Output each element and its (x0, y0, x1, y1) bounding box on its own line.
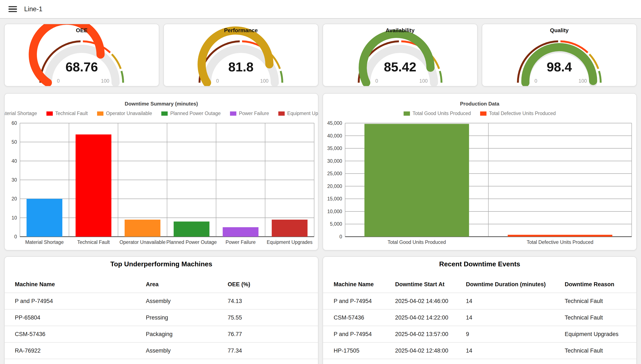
cell-machine-name: HP-17505 (334, 348, 395, 354)
underperforming-machines-table: Machine NameAreaOEE (%)P and P-74954Asse… (5, 276, 318, 359)
table-row: CSM-574362025-04-02 14:22:0014Technical … (323, 310, 636, 326)
chart-title: Downtime Summary (minutes) (5, 101, 318, 107)
cell-area: Assembly (146, 348, 228, 354)
production-data-card: Production Data Total Good Units Produce… (323, 93, 637, 250)
bar-power-failure[interactable] (223, 227, 259, 237)
legend-chip (47, 112, 53, 116)
legend-item-operator-unavailable: Operator Unavailable (97, 110, 152, 116)
production-chart-canvas: 05,00010,00015,00020,00025,00030,00035,0… (323, 117, 636, 250)
column-header-area: Area (146, 281, 228, 288)
hamburger-bar (9, 8, 17, 10)
app-root: Line-1 OEE 68.760100 Performance 81.8010… (0, 0, 641, 364)
bar-technical-fault[interactable] (76, 134, 112, 237)
cell-downtime-duration-minutes-: 9 (466, 331, 565, 338)
downtime-chart-canvas: 0102030405060Material ShortageTechnical … (5, 117, 318, 250)
cell-oee-: 76.77 (228, 331, 318, 338)
y-tick-label: 45,000 (327, 120, 342, 126)
gauge-max-label: 100 (419, 78, 428, 84)
legend-item-total-defective-units-produced: Total Defective Units Produced (480, 110, 556, 116)
gauge-title: OEE (5, 27, 159, 34)
cell-oee-: 77.34 (228, 348, 318, 354)
x-category-label: Material Shortage (25, 240, 64, 245)
downtime-summary-card: Downtime Summary (minutes) Material Shor… (4, 93, 318, 250)
cell-area: Assembly (146, 298, 228, 304)
cell-downtime-reason: Equipment Upgrades (565, 331, 636, 338)
legend-chip (97, 112, 104, 116)
recent-downtime-events-table: Machine NameDowntime Start AtDowntime Du… (323, 276, 636, 359)
gauge-band (122, 71, 123, 83)
cell-downtime-reason: Technical Fault (565, 314, 636, 321)
y-tick-label: 30 (12, 177, 17, 183)
column-header-downtime-reason: Downtime Reason (565, 281, 636, 288)
bar-material-shortage[interactable] (27, 199, 62, 237)
legend-label: Total Good Units Produced (412, 110, 471, 116)
y-tick-label: 5,000 (330, 221, 342, 227)
chart-title: Production Data (323, 101, 636, 107)
gauge-band (281, 71, 282, 83)
legend-chip (404, 112, 410, 116)
table-row: RA-76922Assembly77.34 (5, 342, 318, 359)
y-tick-label: 10,000 (327, 209, 342, 214)
y-tick-label: 0 (14, 234, 17, 240)
gauge-card-availability: Availability 85.420100 (323, 24, 478, 86)
gauge-row: OEE 68.760100 Performance 81.80100 Avail… (4, 24, 637, 86)
cell-downtime-reason: Technical Fault (565, 348, 636, 354)
y-tick-label: 40,000 (327, 133, 342, 138)
legend-item-technical-fault: Technical Fault (47, 110, 88, 116)
gauge-title: Availability (323, 27, 477, 34)
legend-chip (480, 112, 486, 116)
legend-label: Power Failure (239, 110, 269, 116)
legend-label: Technical Fault (55, 110, 88, 116)
gauge-value: 85.42 (384, 60, 416, 74)
legend-chip (230, 112, 236, 116)
bar-operator-unavailable[interactable] (125, 220, 161, 237)
table-row: HP-175052025-04-02 12:48:0014Technical F… (323, 342, 636, 359)
app-header: Line-1 (0, 0, 641, 19)
y-tick-label: 30,000 (327, 158, 342, 164)
y-tick-label: 10 (12, 215, 17, 220)
underperforming-machines-card: Top Underperforming Machines Machine Nam… (4, 256, 318, 364)
column-header-oee-: OEE (%) (228, 281, 318, 288)
x-category-label: Equipment Upgrades (267, 240, 312, 245)
cell-machine-name: PP-65804 (15, 314, 146, 321)
cell-downtime-reason: Technical Fault (565, 298, 636, 304)
table-header-row: Machine NameDowntime Start AtDowntime Du… (323, 276, 636, 293)
gauge-band (599, 71, 601, 83)
legend-chip (161, 112, 168, 116)
column-header-downtime-duration-minutes-: Downtime Duration (minutes) (466, 281, 565, 288)
gauge-max-label: 100 (260, 78, 268, 84)
hamburger-menu-icon[interactable] (9, 6, 17, 12)
downtime-legend: Material ShortageTechnical FaultOperator… (5, 110, 318, 116)
recent-downtime-events-card: Recent Downtime Events Machine NameDownt… (323, 256, 637, 364)
gauge-value: 81.8 (228, 60, 254, 74)
table-row: CSM-57436Packaging76.77 (5, 326, 318, 342)
cell-machine-name: CSM-57436 (334, 314, 395, 321)
hamburger-bar (9, 6, 17, 7)
bar-total-good-units-produced[interactable] (364, 124, 469, 237)
bar-total-defective-units-produced[interactable] (508, 235, 612, 237)
column-header-machine-name: Machine Name (334, 281, 395, 288)
cell-oee-: 75.55 (228, 314, 318, 321)
cell-downtime-duration-minutes-: 14 (466, 348, 565, 354)
bar-equipment-upgrades[interactable] (272, 220, 308, 237)
cell-area: Packaging (146, 331, 228, 338)
chart-row: Downtime Summary (minutes) Material Shor… (4, 93, 637, 250)
legend-item-equipment-upgrades: Equipment Upgrades (278, 110, 318, 116)
gauge-max-label: 100 (578, 78, 587, 84)
y-tick-label: 0 (339, 234, 342, 240)
cell-downtime-duration-minutes-: 14 (466, 298, 565, 304)
column-header-machine-name: Machine Name (15, 281, 146, 288)
legend-label: Material Shortage (4, 110, 37, 116)
cell-oee-: 74.13 (228, 298, 318, 304)
table-row: Top Underperforming Machines Machine Nam… (4, 256, 637, 364)
bar-planned-power-outage[interactable] (174, 222, 209, 237)
gauge-title: Quality (482, 27, 636, 34)
y-tick-label: 15,000 (327, 196, 342, 202)
table-header-row: Machine NameAreaOEE (%) (5, 276, 318, 293)
x-category-label: Operator Unavailable (120, 240, 166, 245)
y-tick-label: 40 (12, 158, 17, 164)
legend-item-total-good-units-produced: Total Good Units Produced (404, 110, 471, 116)
legend-label: Equipment Upgrades (287, 110, 318, 116)
y-tick-label: 25,000 (327, 171, 342, 176)
gauge-min-label: 0 (375, 78, 378, 84)
